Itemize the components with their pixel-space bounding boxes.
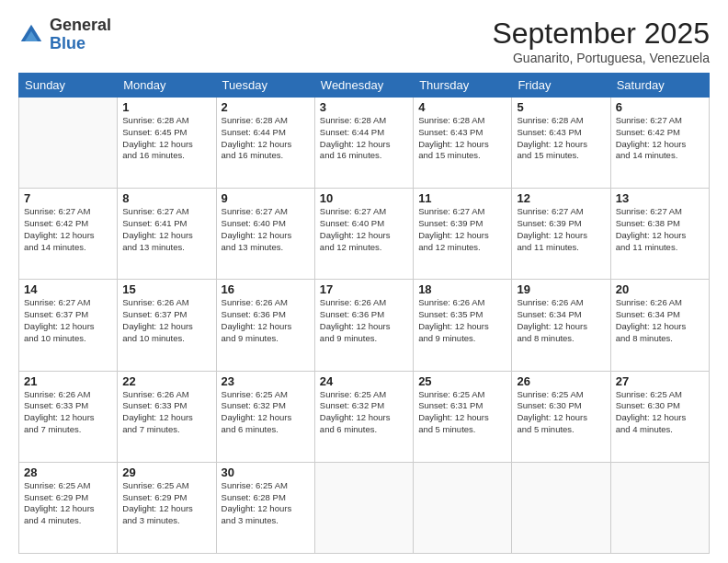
calendar-header-row: SundayMondayTuesdayWednesdayThursdayFrid… [19,74,710,98]
day-info: Sunrise: 6:26 AM Sunset: 6:33 PM Dayligh… [24,389,112,436]
day-number: 23 [222,374,310,388]
calendar-cell: 4Sunrise: 6:28 AM Sunset: 6:43 PM Daylig… [414,98,512,189]
day-number: 24 [320,374,408,388]
calendar-cell: 14Sunrise: 6:27 AM Sunset: 6:37 PM Dayli… [19,280,118,371]
location: Guanarito, Portuguesa, Venezuela [492,51,710,65]
calendar-cell: 29Sunrise: 6:25 AM Sunset: 6:29 PM Dayli… [118,462,216,553]
calendar-cell: 21Sunrise: 6:26 AM Sunset: 6:33 PM Dayli… [19,371,118,462]
day-number: 3 [320,100,408,114]
day-number: 17 [320,282,408,296]
calendar-cell: 27Sunrise: 6:25 AM Sunset: 6:30 PM Dayli… [610,371,709,462]
calendar-cell [610,462,709,553]
logo: General Blue [18,17,111,53]
calendar-cell: 5Sunrise: 6:28 AM Sunset: 6:43 PM Daylig… [512,98,610,189]
day-info: Sunrise: 6:27 AM Sunset: 6:37 PM Dayligh… [24,297,112,344]
day-number: 9 [222,191,310,205]
day-info: Sunrise: 6:28 AM Sunset: 6:43 PM Dayligh… [517,115,605,162]
calendar-cell: 18Sunrise: 6:26 AM Sunset: 6:35 PM Dayli… [414,280,512,371]
day-number: 21 [24,374,112,388]
day-info: Sunrise: 6:25 AM Sunset: 6:30 PM Dayligh… [517,389,605,436]
day-info: Sunrise: 6:27 AM Sunset: 6:40 PM Dayligh… [222,206,310,253]
day-info: Sunrise: 6:26 AM Sunset: 6:37 PM Dayligh… [122,297,210,344]
day-info: Sunrise: 6:25 AM Sunset: 6:29 PM Dayligh… [122,480,210,527]
calendar-cell: 28Sunrise: 6:25 AM Sunset: 6:29 PM Dayli… [19,462,118,553]
calendar-cell: 30Sunrise: 6:25 AM Sunset: 6:28 PM Dayli… [216,462,314,553]
day-info: Sunrise: 6:27 AM Sunset: 6:39 PM Dayligh… [517,206,605,253]
calendar-cell [414,462,512,553]
logo-text: General Blue [50,17,111,53]
calendar-cell: 7Sunrise: 6:27 AM Sunset: 6:42 PM Daylig… [19,189,118,280]
calendar-cell [314,462,413,553]
header: General Blue September 2025 Guanarito, P… [18,17,710,65]
calendar-week-row: 21Sunrise: 6:26 AM Sunset: 6:33 PM Dayli… [19,371,710,462]
day-info: Sunrise: 6:27 AM Sunset: 6:38 PM Dayligh… [616,206,704,253]
day-info: Sunrise: 6:28 AM Sunset: 6:44 PM Dayligh… [222,115,310,162]
day-header-tuesday: Tuesday [216,74,314,98]
day-header-saturday: Saturday [610,74,709,98]
day-info: Sunrise: 6:25 AM Sunset: 6:28 PM Dayligh… [222,480,310,527]
day-number: 25 [418,374,506,388]
day-number: 20 [616,282,704,296]
calendar-cell [19,98,118,189]
calendar-cell [512,462,610,553]
day-number: 13 [616,191,704,205]
day-header-thursday: Thursday [414,74,512,98]
calendar-cell: 26Sunrise: 6:25 AM Sunset: 6:30 PM Dayli… [512,371,610,462]
logo-blue-text: Blue [50,35,111,53]
day-number: 27 [616,374,704,388]
calendar-cell: 10Sunrise: 6:27 AM Sunset: 6:40 PM Dayli… [314,189,413,280]
day-number: 5 [517,100,605,114]
day-info: Sunrise: 6:28 AM Sunset: 6:43 PM Dayligh… [418,115,506,162]
day-info: Sunrise: 6:26 AM Sunset: 6:33 PM Dayligh… [122,389,210,436]
day-number: 12 [517,191,605,205]
calendar-week-row: 14Sunrise: 6:27 AM Sunset: 6:37 PM Dayli… [19,280,710,371]
calendar-table: SundayMondayTuesdayWednesdayThursdayFrid… [18,73,710,554]
month-title: September 2025 [492,17,710,51]
day-number: 8 [122,191,210,205]
day-number: 1 [122,100,210,114]
day-header-monday: Monday [118,74,216,98]
day-info: Sunrise: 6:27 AM Sunset: 6:39 PM Dayligh… [418,206,506,253]
calendar-cell: 3Sunrise: 6:28 AM Sunset: 6:44 PM Daylig… [314,98,413,189]
calendar-cell: 15Sunrise: 6:26 AM Sunset: 6:37 PM Dayli… [118,280,216,371]
day-number: 28 [24,465,112,479]
day-info: Sunrise: 6:26 AM Sunset: 6:36 PM Dayligh… [222,297,310,344]
day-info: Sunrise: 6:25 AM Sunset: 6:32 PM Dayligh… [222,389,310,436]
calendar-week-row: 1Sunrise: 6:28 AM Sunset: 6:45 PM Daylig… [19,98,710,189]
calendar-cell: 24Sunrise: 6:25 AM Sunset: 6:32 PM Dayli… [314,371,413,462]
day-number: 10 [320,191,408,205]
day-info: Sunrise: 6:27 AM Sunset: 6:42 PM Dayligh… [24,206,112,253]
calendar-cell: 1Sunrise: 6:28 AM Sunset: 6:45 PM Daylig… [118,98,216,189]
day-header-wednesday: Wednesday [314,74,413,98]
logo-general-text: General [50,17,111,35]
calendar-cell: 19Sunrise: 6:26 AM Sunset: 6:34 PM Dayli… [512,280,610,371]
calendar-cell: 17Sunrise: 6:26 AM Sunset: 6:36 PM Dayli… [314,280,413,371]
day-header-friday: Friday [512,74,610,98]
day-info: Sunrise: 6:26 AM Sunset: 6:36 PM Dayligh… [320,297,408,344]
day-info: Sunrise: 6:27 AM Sunset: 6:42 PM Dayligh… [616,115,704,162]
calendar-cell: 13Sunrise: 6:27 AM Sunset: 6:38 PM Dayli… [610,189,709,280]
day-number: 11 [418,191,506,205]
day-header-sunday: Sunday [19,74,118,98]
day-info: Sunrise: 6:25 AM Sunset: 6:32 PM Dayligh… [320,389,408,436]
day-info: Sunrise: 6:27 AM Sunset: 6:41 PM Dayligh… [122,206,210,253]
day-info: Sunrise: 6:27 AM Sunset: 6:40 PM Dayligh… [320,206,408,253]
day-info: Sunrise: 6:26 AM Sunset: 6:35 PM Dayligh… [418,297,506,344]
calendar-cell: 16Sunrise: 6:26 AM Sunset: 6:36 PM Dayli… [216,280,314,371]
day-number: 2 [222,100,310,114]
day-number: 15 [122,282,210,296]
calendar-cell: 8Sunrise: 6:27 AM Sunset: 6:41 PM Daylig… [118,189,216,280]
calendar-cell: 9Sunrise: 6:27 AM Sunset: 6:40 PM Daylig… [216,189,314,280]
calendar-cell: 6Sunrise: 6:27 AM Sunset: 6:42 PM Daylig… [610,98,709,189]
calendar-cell: 23Sunrise: 6:25 AM Sunset: 6:32 PM Dayli… [216,371,314,462]
logo-icon [18,22,44,48]
day-number: 19 [517,282,605,296]
day-info: Sunrise: 6:28 AM Sunset: 6:45 PM Dayligh… [122,115,210,162]
calendar-week-row: 28Sunrise: 6:25 AM Sunset: 6:29 PM Dayli… [19,462,710,553]
calendar-week-row: 7Sunrise: 6:27 AM Sunset: 6:42 PM Daylig… [19,189,710,280]
calendar-cell: 20Sunrise: 6:26 AM Sunset: 6:34 PM Dayli… [610,280,709,371]
day-info: Sunrise: 6:26 AM Sunset: 6:34 PM Dayligh… [517,297,605,344]
calendar-cell: 2Sunrise: 6:28 AM Sunset: 6:44 PM Daylig… [216,98,314,189]
day-number: 7 [24,191,112,205]
day-info: Sunrise: 6:28 AM Sunset: 6:44 PM Dayligh… [320,115,408,162]
